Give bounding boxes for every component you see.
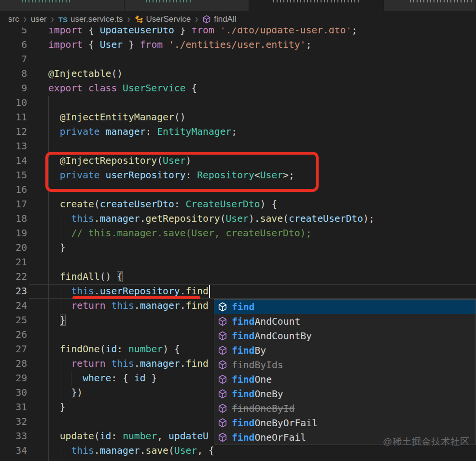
code-line-35[interactable]: 35 [0,458,476,461]
line-number: 9 [0,81,27,96]
editor-tab-2[interactable] [125,0,249,11]
code-line-15[interactable]: 15 private userRepository: Repository<Us… [0,168,476,183]
suggest-label: findAndCount [232,316,300,327]
breadcrumb-label: UserService [146,14,191,24]
suggest-item-findBy[interactable]: findBy [214,343,476,358]
line-number: 23 [0,284,27,299]
line-number: 32 [0,415,27,429]
code-line-20[interactable]: 20 } [0,241,476,255]
code-text: } [48,400,66,415]
suggest-item-findAndCountBy[interactable]: findAndCountBy [214,329,476,343]
method-symbol-icon [218,346,227,355]
breadcrumb-item-userservice[interactable]: UserService [135,14,191,24]
code-text: private userRepository: Repository<User>… [48,168,294,183]
suggest-item-findOne[interactable]: findOne [214,372,476,387]
indent-guide [48,458,49,461]
line-number: 16 [0,183,27,197]
suggest-label: findOne [232,374,272,385]
editor-tab-4[interactable] [384,0,476,11]
line-number: 20 [0,241,27,255]
line-number: 22 [0,270,27,284]
code-text: @InjectEntityManager() [48,110,186,125]
code-line-13[interactable]: 13 [0,139,476,154]
code-line-8[interactable]: 8@Injectable() [0,67,476,81]
breadcrumb-separator-icon: › [51,13,54,26]
watermark: @稀土掘金技术社区 [383,435,470,448]
suggest-item-findOneBy[interactable]: findOneBy [214,387,476,401]
suggest-label: findByIds [232,360,283,371]
code-line-17[interactable]: 17 create(createUserDto: CreateUserDto) … [0,197,476,212]
line-number: 6 [0,38,27,52]
tab-title-clipped [410,0,472,2]
line-number: 15 [0,168,27,183]
code-line-22[interactable]: 22 findAll() { [0,270,476,284]
tab-title-clipped [146,0,192,2]
line-number: 10 [0,96,27,110]
editor-tab-1[interactable] [0,0,125,11]
code-text: import { User } from './entities/user.en… [48,38,311,52]
suggest-label: find [232,302,254,313]
editor-tab-bar [0,0,476,11]
breadcrumb-separator-icon: › [24,13,27,26]
code-text: update(id: number, updateU [48,429,209,444]
breadcrumb-item-user-service-ts[interactable]: TSuser.service.ts [58,14,123,24]
breadcrumb-label: src [8,14,19,24]
code-line-23[interactable]: 23 this.userRepository.find [0,284,476,299]
code-line-18[interactable]: 18 this.manager.getRepository(User).save… [0,212,476,226]
line-number: 7 [0,52,27,67]
suggest-label: findOneById [232,403,294,414]
suggest-item-find[interactable]: find [214,300,476,314]
code-text: return this.manager.find [48,299,209,313]
suggest-label: findOneBy [232,389,283,400]
line-number: 30 [0,386,27,400]
code-line-6[interactable]: 6import { User } from './entities/user.e… [0,38,476,52]
method-symbol-icon [218,432,227,442]
line-number: 14 [0,154,27,168]
indent-guide [48,183,49,197]
line-number: 31 [0,400,27,415]
breadcrumb-label: user.service.ts [70,14,123,24]
suggest-item-findByIds[interactable]: findByIds [214,358,476,372]
editor-tab-3[interactable] [249,0,384,11]
line-number: 12 [0,125,27,139]
line-number: 33 [0,429,27,444]
line-number: 13 [0,139,27,154]
breadcrumb-item-src[interactable]: src [8,14,19,24]
method-symbol-icon [218,418,227,428]
code-line-11[interactable]: 11 @InjectEntityManager() [0,110,476,125]
method-symbol-icon [218,331,227,341]
breadcrumb-item-user[interactable]: user [31,14,47,24]
indent-guide [48,139,49,154]
method-symbol-icon [218,302,227,312]
line-number: 28 [0,357,27,371]
code-line-9[interactable]: 9export class UserService { [0,81,476,96]
line-number: 19 [0,226,27,241]
code-text: this.userRepository.find [48,284,209,299]
line-number: 18 [0,212,27,226]
code-text: create(createUserDto: CreateUserDto) { [48,197,277,212]
code-text: findOne(id: number) { [48,342,180,357]
code-line-19[interactable]: 19 // this.manager.save(User, createUser… [0,226,476,241]
line-number: 26 [0,328,27,342]
code-line-16[interactable]: 16 [0,183,476,197]
suggest-item-findAndCount[interactable]: findAndCount [214,314,476,329]
breadcrumb-label: user [31,14,47,24]
suggest-item-findOneByOrFail[interactable]: findOneByOrFail [214,416,476,430]
indent-guide [60,458,60,461]
line-number: 27 [0,342,27,357]
indent-guide [48,415,49,429]
code-line-10[interactable]: 10 [0,96,476,110]
code-text: }) [48,386,83,400]
code-line-12[interactable]: 12 private manager: EntityManager; [0,125,476,139]
code-text: private manager: EntityManager; [48,125,237,139]
code-text: this.manager.save(User, { [48,444,214,458]
breadcrumb-item-findall[interactable]: findAll [202,14,236,24]
method-symbol-icon [218,375,227,384]
code-line-14[interactable]: 14 @InjectRepository(User) [0,154,476,168]
code-line-7[interactable]: 7 [0,52,476,67]
code-line-21[interactable]: 21 [0,255,476,270]
suggest-item-findOneById[interactable]: findOneById [214,401,476,416]
vscode-window: src›user›TSuser.service.ts›UserService›f… [0,0,476,461]
indent-guide [48,255,49,270]
tab-title-clipped [273,0,361,2]
